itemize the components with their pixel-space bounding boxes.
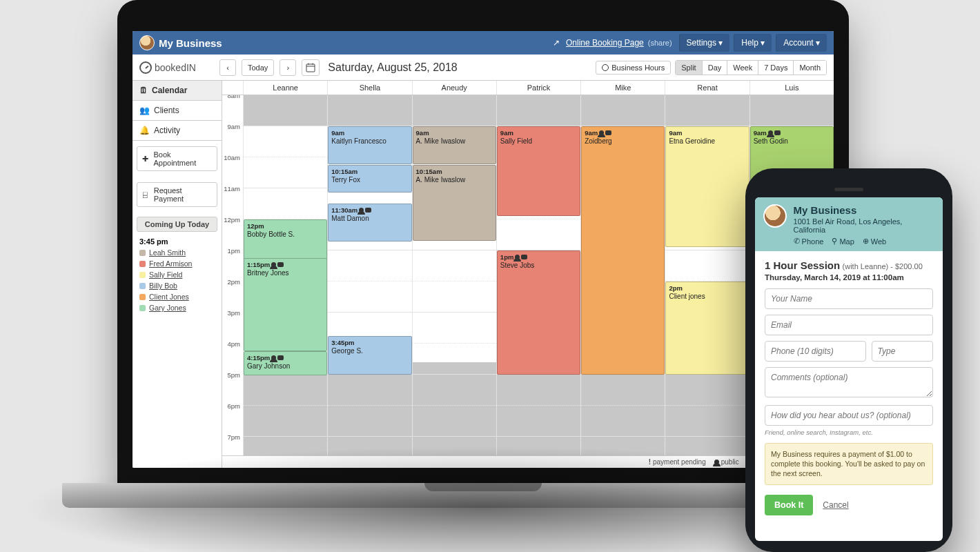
appointment[interactable]: 10:15amTerry Fox (328, 165, 411, 193)
chat-icon (277, 262, 284, 267)
mobile-web-link[interactable]: ⊕Web (863, 237, 886, 246)
color-swatch (139, 261, 146, 267)
color-swatch (139, 305, 146, 311)
request-payment-button[interactable]: ⌸Request Payment (137, 182, 217, 207)
view-week[interactable]: Week (727, 61, 758, 75)
service-datetime: Thursday, March 14, 2019 at 11:00am (765, 273, 933, 282)
avatar[interactable] (139, 35, 155, 50)
mobile-header: My Business 1001 Bel Air Road, Los Angel… (755, 197, 943, 251)
staff-header[interactable]: Aneudy (412, 81, 496, 95)
calendar-icon-button[interactable] (302, 59, 320, 76)
mobile-map-link[interactable]: ⚲Map (832, 237, 854, 246)
mobile-avatar (763, 204, 787, 228)
mobile-business-title: My Business (794, 204, 934, 216)
appointment[interactable]: 9amA. Mike Iwaslow (413, 126, 496, 164)
staff-header[interactable]: Leanne (243, 81, 327, 95)
settings-menu[interactable]: Settings ▾ (679, 34, 730, 52)
mobile-address: 1001 Bel Air Road, Los Angeles, Californ… (794, 217, 934, 234)
appointment[interactable]: 11:30am Matt Damon (328, 204, 411, 241)
payment-notice: My Business requires a payment of $1.00 … (765, 443, 933, 485)
view-month[interactable]: Month (793, 61, 826, 75)
current-date: Saturday, August 25, 2018 (328, 61, 457, 74)
staff-column: 12pmBobby Bottle S.1:15pm Britney Jones4… (243, 95, 327, 455)
chat-icon (365, 208, 371, 213)
clients-icon: 👥 (139, 106, 150, 115)
calendar-icon (306, 63, 315, 72)
svg-rect-0 (306, 64, 315, 72)
calendar-icon: 🗓 (139, 86, 148, 95)
name-field[interactable] (765, 288, 933, 309)
book-appointment-label: Book Appointment (153, 150, 213, 167)
payment-icon: ⌸ (141, 190, 150, 199)
map-pin-icon: ⚲ (832, 237, 837, 246)
globe-icon: ⊕ (863, 237, 869, 246)
prev-button[interactable]: ‹ (219, 59, 236, 76)
logo-text: bookedIN (155, 62, 196, 73)
sidebar-item-calendar[interactable]: 🗓Calendar (133, 81, 222, 101)
staff-header[interactable]: Mike (580, 81, 665, 95)
appointment[interactable]: 9amEtna Geroidine (665, 126, 749, 247)
legend-pending: !payment pending (649, 458, 706, 466)
view-split[interactable]: Split (676, 61, 701, 75)
appointment[interactable]: 1:15pm Britney Jones (244, 258, 327, 351)
coming-up-item[interactable]: Gary Jones (133, 302, 222, 313)
share-label[interactable]: (share) (648, 39, 672, 47)
book-appointment-button[interactable]: ✚Book Appointment (137, 146, 217, 171)
appointment[interactable]: 9amKaitlyn Francesco (328, 126, 411, 164)
account-menu[interactable]: Account ▾ (776, 34, 827, 52)
appointment[interactable]: 2pmClient jones (665, 282, 749, 375)
mobile-preview: My Business 1001 Bel Air Road, Los Angel… (745, 168, 952, 552)
next-button[interactable]: › (280, 59, 296, 76)
staff-header[interactable]: Shella (327, 81, 411, 95)
coming-up-item[interactable]: Fred Armison (133, 258, 222, 269)
color-swatch (139, 250, 146, 256)
person-icon (768, 130, 773, 135)
staff-header[interactable]: Luis (749, 81, 834, 95)
comments-field[interactable] (765, 367, 933, 397)
today-button[interactable]: Today (242, 59, 274, 76)
app-topbar: My Business ↗ Online Booking Page (share… (133, 31, 834, 55)
clock-icon (139, 61, 152, 74)
view-7days[interactable]: 7 Days (758, 61, 793, 75)
sidebar-item-clients[interactable]: 👥Clients (133, 101, 222, 121)
service-with: (with Leanne) (843, 262, 889, 270)
calendar: LeanneShellaAneudyPatrickMikeRenatLuis 8… (222, 81, 834, 468)
appointment[interactable]: 3:45pmGeorge S. (328, 336, 411, 375)
coming-up-item[interactable]: Leah Smith (133, 247, 222, 258)
book-it-button[interactable]: Book It (765, 495, 813, 515)
phone-field[interactable] (765, 341, 866, 362)
business-hours-button[interactable]: Business Hours (596, 61, 671, 75)
color-swatch (139, 272, 146, 278)
phone-type-field[interactable] (872, 341, 933, 362)
appointment[interactable]: 9amSally Field (497, 126, 580, 216)
email-field[interactable] (765, 315, 933, 335)
color-swatch (139, 283, 146, 289)
phone-icon: ✆ (794, 237, 800, 246)
staff-header[interactable]: Patrick (496, 81, 580, 95)
staff-column: 9amKaitlyn Francesco10:15amTerry Fox11:3… (327, 95, 411, 455)
coming-up-item[interactable]: Client Jones (133, 291, 222, 302)
mobile-phone-link[interactable]: ✆Phone (794, 237, 824, 246)
coming-up-item[interactable]: Sally Field (133, 269, 222, 280)
heard-about-field[interactable] (765, 405, 933, 426)
person-icon (271, 355, 276, 360)
clock-small-icon (602, 64, 609, 71)
service-title: 1 Hour Session (765, 259, 840, 271)
business-hours-label: Business Hours (611, 63, 665, 72)
view-day[interactable]: Day (702, 61, 727, 75)
activity-icon: 🔔 (139, 126, 150, 135)
coming-up-item[interactable]: Billy Bob (133, 280, 222, 291)
appointment[interactable]: 9am Zoidberg (581, 126, 665, 375)
staff-header[interactable]: Renat (665, 81, 749, 95)
service-price: $200.00 (895, 262, 923, 270)
appointment[interactable]: 1pm Steve Jobs (497, 250, 580, 375)
appointment[interactable]: 10:15amA. Mike Iwaslow (413, 165, 496, 241)
cancel-link[interactable]: Cancel (823, 500, 848, 510)
appointment[interactable]: 4:15pm Gary Johnson (244, 351, 327, 375)
staff-column: 9am Zoidberg (580, 95, 665, 455)
staff-column: 9amA. Mike Iwaslow10:15amA. Mike Iwaslow (412, 95, 496, 455)
chat-icon (605, 130, 611, 135)
sidebar-item-activity[interactable]: 🔔Activity (133, 121, 222, 141)
help-menu[interactable]: Help ▾ (734, 34, 772, 52)
online-booking-link[interactable]: Online Booking Page (566, 38, 644, 48)
